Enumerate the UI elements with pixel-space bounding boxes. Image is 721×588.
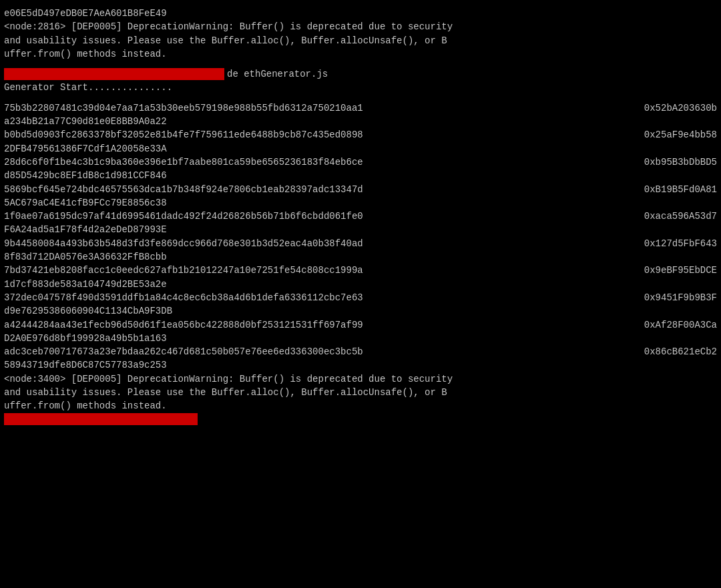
terminal-line: 8f83d712DA0576e3A36632FfB8cbb [4, 250, 717, 264]
terminal-line: uffer.from() methods instead. [4, 399, 717, 412]
terminal-line: and usability issues. Please use the Buf… [4, 34, 717, 47]
terminal-line: Generator Start............... [4, 81, 717, 94]
entry-key: b0bd5d0903fc2863378bf32052e81b4fe7f75961… [4, 128, 363, 141]
entry-key: a42444284aa43e1fecb96d50d61f1ea056bc4228… [4, 318, 363, 332]
terminal-line: 58943719dfe8D6C87C57783a9c253 [4, 358, 717, 372]
terminal-line: e06E5dD497eDB0E7AeA601B8FeE49 [4, 7, 717, 20]
entry-row: 9b44580084a493b63b548d3fd3fe869dcc966d76… [4, 237, 717, 250]
entry-key: 372dec047578f490d3591ddfb1a84c4c8ec6cb38… [4, 291, 363, 304]
entry-row: b0bd5d0903fc2863378bf32052e81b4fe7f75961… [4, 128, 717, 141]
entry-row: 7bd37421eb8208facc1c0eedc627afb1b2101224… [4, 264, 717, 277]
terminal-spacer [4, 95, 717, 101]
terminal-line: <node:2816> [DEP0005] DeprecationWarning… [4, 20, 717, 33]
entry-key: 28d6c6f0f1be4c3b1c9ba360e396e1bf7aabe801… [4, 156, 363, 169]
terminal-spacer [4, 61, 717, 67]
entry-value: 0x52bA203630b [644, 101, 717, 115]
entry-value: 0xaca596A53d7 [644, 210, 717, 223]
terminal-line: 2DFB479561386F7Cdf1A20058e33A [4, 142, 717, 156]
entry-row: 75b3b22807481c39d04e7aa71a53b30eeb579198… [4, 101, 717, 115]
entry-value: 0xb95B3bDbBD5 [644, 156, 717, 169]
terminal-line: a234bB21a77C90d81e0E8BB9A0a22 [4, 115, 717, 128]
entry-value: 0x9eBF95EbDCE [644, 264, 717, 277]
entry-row: 5869bcf645e724bdc46575563dca1b7b348f924e… [4, 183, 717, 196]
entry-value: 0x86cB621eCb2 [644, 345, 717, 358]
entry-row: 1f0ae07a6195dc97af41d6995461dadc492f24d2… [4, 210, 717, 223]
entry-key: adc3ceb700717673a23e7bdaa262c467d681c50b… [4, 345, 363, 358]
terminal-line: 1d7cf883de583a104749d2BE53a2e [4, 278, 717, 291]
entry-value: 0x25aF9e4bb58 [644, 128, 717, 141]
entry-key: 9b44580084a493b63b548d3fd3fe869dcc966d76… [4, 237, 363, 250]
entry-row: 372dec047578f490d3591ddfb1a84c4c8ec6cb38… [4, 291, 717, 304]
entry-value: 0xAf28F00A3Ca [644, 318, 717, 332]
entry-row: 28d6c6f0f1be4c3b1c9ba360e396e1bf7aabe801… [4, 156, 717, 169]
terminal-line: d85D5429bc8EF1dB8c1d981CCF846 [4, 169, 717, 182]
red-bar-bottom [4, 413, 198, 425]
terminal-redbar-line: de ethGenerator.js [4, 67, 717, 81]
entry-value: 0xB19B5Fd0A81 [644, 183, 717, 196]
entry-value: 0x127d5FbF643 [644, 237, 717, 250]
red-bar [4, 68, 224, 80]
terminal-line: d9e76295386060904C1134CbA9F3DB [4, 304, 717, 318]
terminal-line: D2A0E976d8bf199928a49b5b1a163 [4, 332, 717, 345]
entry-value: 0x9451F9b9B3F [644, 291, 717, 304]
terminal-line: 5AC679aC4E41cfB9FCc79E8856c38 [4, 196, 717, 210]
entry-key: 7bd37421eb8208facc1c0eedc627afb1b2101224… [4, 264, 363, 277]
entry-row: a42444284aa43e1fecb96d50d61f1ea056bc4228… [4, 318, 717, 332]
entry-row: adc3ceb700717673a23e7bdaa262c467d681c50b… [4, 345, 717, 358]
entry-key: 75b3b22807481c39d04e7aa71a53b30eeb579198… [4, 101, 363, 115]
entry-key: 1f0ae07a6195dc97af41d6995461dadc492f24d2… [4, 210, 363, 223]
terminal-line: F6A24ad5a1F78f4d2a2eDeD87993E [4, 223, 717, 236]
terminal-line: and usability issues. Please use the Buf… [4, 386, 717, 399]
terminal-window: e06E5dD497eDB0E7AeA601B8FeE49<node:2816>… [3, 4, 718, 588]
entry-key: 5869bcf645e724bdc46575563dca1b7b348f924e… [4, 183, 363, 196]
terminal-line: uffer.from() methods instead. [4, 47, 717, 61]
terminal-line: <node:3400> [DEP0005] DeprecationWarning… [4, 372, 717, 386]
